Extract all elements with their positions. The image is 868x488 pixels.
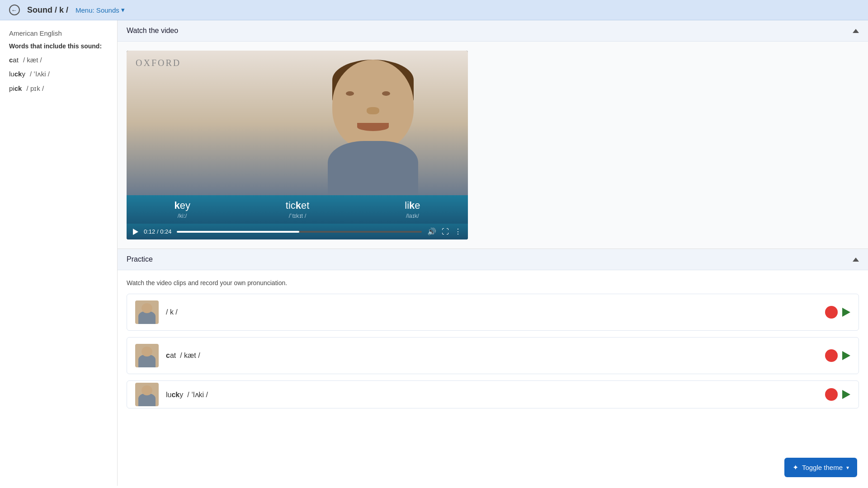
- video-time: 0:12 / 0:24: [144, 228, 171, 235]
- practice-card-k: / k /: [127, 294, 859, 331]
- header: ← Sound / k / Menu: Sounds ▾: [0, 0, 868, 20]
- sidebar: American English Words that include this…: [0, 20, 118, 486]
- vphonetic-ticket: /ˈtɪkɪt /: [286, 212, 310, 219]
- fullscreen-icon[interactable]: ⛶: [442, 228, 449, 236]
- practice-bold-c: c: [166, 352, 170, 359]
- vphonetic-like: /laɪk/: [405, 212, 420, 219]
- play-button-k[interactable]: [842, 308, 850, 317]
- face-body: [328, 141, 418, 195]
- practice-phonetic-lucky: / ˈlʌki /: [187, 391, 208, 399]
- video-controls-bar: 0:12 / 0:24 🔊 ⛶ ⋮: [127, 224, 468, 239]
- word-bold-ck: ck: [14, 70, 22, 78]
- content-area: Watch the video OXFORD: [118, 20, 868, 486]
- record-button-cat[interactable]: [825, 349, 838, 362]
- play-button-cat[interactable]: [842, 351, 850, 360]
- word-rest-at: at: [13, 56, 19, 64]
- menu-sounds-label: Menu: Sounds: [75, 6, 119, 14]
- toggle-theme-button[interactable]: ✦ Toggle theme ▾: [784, 458, 857, 477]
- toggle-theme-label: Toggle theme: [802, 464, 843, 471]
- practice-word-cat: cat / kæt /: [166, 352, 200, 360]
- sidebar-word-pick[interactable]: pick / pɪk /: [9, 84, 108, 93]
- volume-icon[interactable]: 🔊: [427, 227, 436, 236]
- practice-controls-k: [825, 306, 850, 319]
- page-title: Sound / k /: [27, 5, 68, 15]
- sidebar-word-cat[interactable]: cat / kæt /: [9, 56, 108, 64]
- practice-sound-k: / k /: [166, 308, 193, 316]
- video-word-ticket: ticket /ˈtɪkɪt /: [286, 200, 310, 219]
- vword-key: key: [174, 200, 190, 211]
- sidebar-section-title: Words that include this sound:: [9, 42, 108, 50]
- video-player[interactable]: OXFORD: [127, 51, 468, 239]
- sidebar-language: American English: [9, 29, 108, 37]
- avatar-body-k: [138, 311, 156, 324]
- avatar-body-lucky: [138, 394, 156, 406]
- video-progress-bar[interactable]: [177, 231, 422, 233]
- avatar-inner-lucky: [135, 383, 159, 406]
- record-button-lucky[interactable]: [825, 388, 838, 401]
- avatar-inner-k: [135, 300, 159, 324]
- menu-chevron-icon: ▾: [121, 6, 125, 14]
- phonetic-pick: / pɪk /: [27, 84, 44, 92]
- play-button[interactable]: [133, 229, 138, 235]
- avatar-k: [135, 300, 159, 324]
- star-icon: ✦: [793, 463, 798, 472]
- practice-content: Watch the video clips and record your ow…: [118, 270, 868, 424]
- video-words-bar: key /kiː/ ticket /ˈtɪkɪt / like /laɪk/: [127, 195, 468, 224]
- video-word-like: like /laɪk/: [405, 200, 420, 219]
- face-head: [332, 60, 414, 150]
- video-container: OXFORD: [118, 42, 868, 249]
- practice-phonetic-cat: / kæt /: [180, 352, 200, 359]
- video-face: [323, 60, 423, 195]
- word-pi: pi: [9, 84, 14, 92]
- main-layout: American English Words that include this…: [0, 20, 868, 486]
- avatar-cat: [135, 344, 159, 367]
- video-section-header[interactable]: Watch the video: [118, 20, 868, 42]
- practice-bold-ck: ck: [171, 391, 179, 399]
- avatar-inner-cat: [135, 344, 159, 367]
- record-button-k[interactable]: [825, 306, 838, 319]
- phonetic-lucky: / ˈlʌki /: [30, 70, 50, 78]
- video-section-title: Watch the video: [127, 27, 178, 35]
- vword-like: like: [405, 200, 420, 211]
- video-collapse-icon: [853, 29, 859, 33]
- practice-section-header[interactable]: Practice: [118, 249, 868, 270]
- practice-word-lucky: lucky / ˈlʌki /: [166, 390, 208, 399]
- toggle-theme-chevron: ▾: [846, 465, 849, 471]
- practice-collapse-icon: [853, 258, 859, 262]
- back-button[interactable]: ←: [9, 5, 20, 15]
- oxford-logo: OXFORD: [136, 58, 181, 68]
- vphonetic-key: /kiː/: [174, 212, 190, 219]
- practice-controls-lucky: [825, 388, 850, 401]
- vword-ticket: ticket: [286, 200, 310, 211]
- video-word-key: key /kiː/: [174, 200, 190, 219]
- menu-sounds-button[interactable]: Menu: Sounds ▾: [75, 6, 125, 14]
- practice-section-title: Practice: [127, 255, 153, 263]
- sidebar-word-lucky[interactable]: lucky / ˈlʌki /: [9, 70, 108, 78]
- video-progress-fill: [177, 231, 299, 233]
- avatar-body-cat: [138, 355, 156, 367]
- video-thumbnail: OXFORD: [127, 51, 468, 195]
- more-options-icon[interactable]: ⋮: [454, 227, 462, 236]
- back-circle-icon: ←: [9, 5, 20, 15]
- play-button-lucky[interactable]: [842, 390, 850, 399]
- word-lu: lu: [9, 70, 14, 78]
- word-y: y: [22, 70, 25, 78]
- phonetic-cat: / kæt /: [23, 56, 42, 64]
- practice-description: Watch the video clips and record your ow…: [127, 279, 859, 286]
- practice-card-cat: cat / kæt /: [127, 337, 859, 374]
- practice-controls-cat: [825, 349, 850, 362]
- practice-card-lucky: lucky / ˈlʌki /: [127, 380, 859, 408]
- avatar-lucky: [135, 383, 159, 406]
- word-bold-ck2: ck: [14, 84, 22, 92]
